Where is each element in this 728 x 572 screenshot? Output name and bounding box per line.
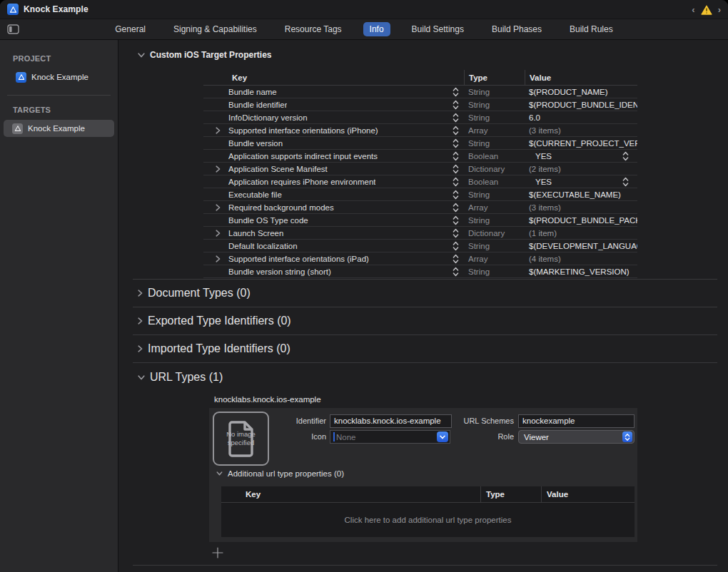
chevron-right-icon[interactable] <box>138 345 143 352</box>
key-stepper-icon[interactable] <box>453 228 459 238</box>
identifier-field[interactable]: knocklabs.knock.ios-example <box>330 414 452 428</box>
disclosure-chevron-icon[interactable] <box>216 165 223 173</box>
icon-combobox[interactable]: None <box>330 430 450 444</box>
key-stepper-icon[interactable] <box>453 177 459 187</box>
key-stepper-icon[interactable] <box>453 215 459 225</box>
property-key-cell: Bundle OS Type code <box>203 214 464 226</box>
sidebar-toggle-icon[interactable] <box>7 24 20 34</box>
property-row[interactable]: Launch Screen Dictionary (1 item) <box>203 227 637 240</box>
tab-build-settings[interactable]: Build Settings <box>405 22 470 36</box>
property-value-cell[interactable]: (2 items) <box>525 163 637 175</box>
key-stepper-icon[interactable] <box>453 241 459 251</box>
property-value-cell[interactable]: $(PRODUCT_NAME) <box>525 86 637 98</box>
additional-url-properties-header[interactable]: Additional url type properties (0) <box>216 469 344 478</box>
add-additional-properties-row[interactable]: Click here to add additional url type pr… <box>221 503 635 537</box>
property-value-cell[interactable]: 6.0 <box>525 111 637 123</box>
property-value-cell[interactable]: YES <box>525 150 637 162</box>
disclosure-chevron-icon[interactable] <box>216 230 223 237</box>
chevron-right-icon[interactable] <box>138 317 143 325</box>
section-url-types[interactable]: URL Types (1) <box>118 363 728 392</box>
chevron-down-icon[interactable] <box>216 471 223 476</box>
property-value: (2 items) <box>529 165 561 173</box>
add-url-type-button[interactable] <box>211 546 224 559</box>
property-value: $(DEVELOPMENT_LANGUAGE) <box>529 242 637 250</box>
sidebar-item-target[interactable]: Knock Example <box>4 120 114 137</box>
property-row[interactable]: Bundle OS Type code String $(PRODUCT_BUN… <box>203 214 637 227</box>
property-row[interactable]: Supported interface orientations (iPad) … <box>203 252 637 265</box>
section-document-types[interactable]: Document Types (0) <box>118 280 728 307</box>
back-chevron-icon[interactable]: ‹ <box>690 4 696 16</box>
property-row[interactable]: Bundle identifier String $(PRODUCT_BUNDL… <box>203 98 637 111</box>
property-value-cell[interactable]: (4 items) <box>525 252 637 265</box>
property-value-cell[interactable]: $(PRODUCT_BUNDLE_IDENTIFIER) <box>525 98 637 111</box>
project-section-header: PROJECT <box>0 48 118 68</box>
key-stepper-icon[interactable] <box>453 113 459 123</box>
key-stepper-icon[interactable] <box>453 267 459 277</box>
tab-general[interactable]: General <box>108 22 152 36</box>
value-stepper-icon[interactable] <box>622 177 629 187</box>
property-row[interactable]: Required background modes Array (3 items… <box>203 201 637 214</box>
property-value-cell[interactable]: $(EXECUTABLE_NAME) <box>525 188 637 200</box>
property-row[interactable]: InfoDictionary version String 6.0 <box>203 111 637 124</box>
forward-chevron-icon[interactable]: › <box>717 4 722 16</box>
tab-build-phases[interactable]: Build Phases <box>485 22 548 36</box>
column-header-value: Value <box>541 486 635 502</box>
key-stepper-icon[interactable] <box>453 126 459 136</box>
property-row[interactable]: Bundle name String $(PRODUCT_NAME) <box>203 86 637 98</box>
key-stepper-icon[interactable] <box>453 87 459 97</box>
property-value-cell[interactable]: (3 items) <box>525 201 637 213</box>
property-row[interactable]: Supported interface orientations (iPhone… <box>203 124 637 137</box>
property-value-cell[interactable]: $(DEVELOPMENT_LANGUAGE) <box>525 240 637 252</box>
combobox-dropdown-button[interactable] <box>437 431 448 442</box>
property-row[interactable]: Default localization String $(DEVELOPMEN… <box>203 240 637 252</box>
chevron-right-icon[interactable] <box>138 290 143 297</box>
project-app-icon <box>7 4 19 15</box>
property-value-cell[interactable]: YES <box>525 175 637 188</box>
disclosure-chevron-icon[interactable] <box>216 127 223 134</box>
property-value-cell[interactable]: $(MARKETING_VERSION) <box>525 265 637 277</box>
key-stepper-icon[interactable] <box>453 138 459 148</box>
key-stepper-icon[interactable] <box>453 190 459 200</box>
property-value: $(MARKETING_VERSION) <box>529 267 630 276</box>
property-key-cell: Supported interface orientations (iPad) <box>203 252 464 265</box>
property-value-cell[interactable]: (3 items) <box>525 124 637 136</box>
property-row[interactable]: Application Scene Manifest Dictionary (2… <box>203 163 637 175</box>
property-row[interactable]: Bundle version String $(CURRENT_PROJECT_… <box>203 137 637 150</box>
property-row[interactable]: Bundle version string (short) String $(M… <box>203 265 637 278</box>
section-imported-type-identifiers[interactable]: Imported Type Identifiers (0) <box>118 335 728 362</box>
info-editor: Custom iOS Target Properties Key Type Va… <box>118 40 728 572</box>
section-custom-ios-target-properties[interactable]: Custom iOS Target Properties <box>118 40 728 70</box>
role-popup-button[interactable]: Viewer <box>518 430 635 444</box>
key-stepper-icon[interactable] <box>453 164 459 174</box>
tab-resource-tags[interactable]: Resource Tags <box>278 22 348 36</box>
warning-icon[interactable] <box>701 5 712 15</box>
sidebar-item-project[interactable]: Knock Example <box>4 68 114 86</box>
property-value-cell[interactable]: $(CURRENT_PROJECT_VERSION) <box>525 137 637 149</box>
key-stepper-icon[interactable] <box>453 100 459 110</box>
property-value-cell[interactable]: $(PRODUCT_BUNDLE_PACKAGE_TYPE) <box>525 214 637 226</box>
url-schemes-field[interactable]: knockexample <box>518 414 635 428</box>
chevron-down-icon[interactable] <box>138 53 145 58</box>
key-stepper-icon[interactable] <box>453 203 459 213</box>
key-stepper-icon[interactable] <box>453 151 459 161</box>
property-value: YES <box>529 152 552 160</box>
disclosure-chevron-icon[interactable] <box>216 204 223 211</box>
property-key: Bundle identifier <box>228 101 287 109</box>
property-key: Application supports indirect input even… <box>228 152 378 160</box>
value-stepper-icon[interactable] <box>622 151 629 161</box>
property-value: (4 items) <box>529 255 561 263</box>
url-type-name: knocklabs.knock.ios-example <box>214 395 728 405</box>
tab-info[interactable]: Info <box>363 22 390 36</box>
disclosure-chevron-icon[interactable] <box>216 255 223 262</box>
property-row[interactable]: Executable file String $(EXECUTABLE_NAME… <box>203 188 637 201</box>
property-row[interactable]: Application requires iPhone environment … <box>203 175 637 188</box>
tab-signing-capabilities[interactable]: Signing & Capabilities <box>167 22 263 36</box>
tab-build-rules[interactable]: Build Rules <box>563 22 620 36</box>
sidebar: PROJECT Knock Example TARGETS Knock Exam… <box>0 40 118 572</box>
section-exported-type-identifiers[interactable]: Exported Type Identifiers (0) <box>118 307 728 334</box>
key-stepper-icon[interactable] <box>453 254 459 264</box>
property-key-cell: Supported interface orientations (iPhone… <box>203 124 464 136</box>
property-value-cell[interactable]: (1 item) <box>525 227 637 239</box>
property-row[interactable]: Application supports indirect input even… <box>203 150 637 163</box>
chevron-down-icon[interactable] <box>138 375 145 380</box>
